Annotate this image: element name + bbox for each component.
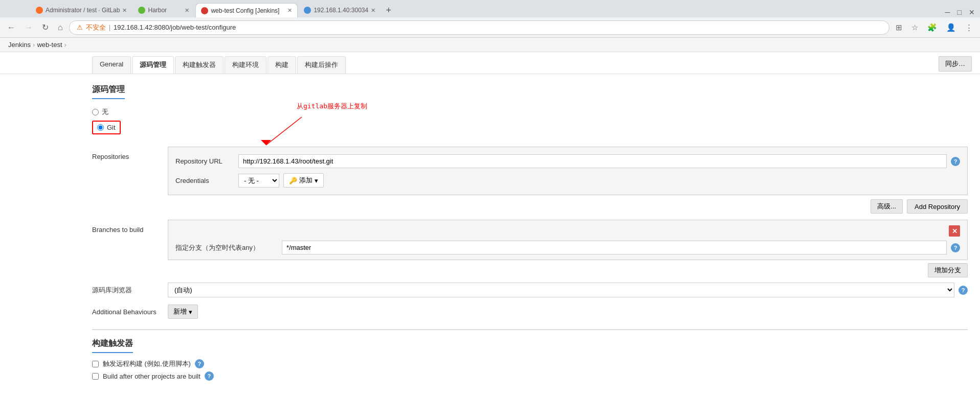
new-behaviour-button[interactable]: 新增 ▾ xyxy=(168,305,198,319)
add-label: 添加 xyxy=(299,176,313,185)
repositories-label: Repositories xyxy=(92,147,164,160)
minimize-button[interactable]: ─ xyxy=(942,7,953,17)
repo-url-label: Repository URL xyxy=(175,157,234,165)
repositories-row: Repositories Repository URL ? Credential… xyxy=(92,147,968,214)
tab-jenkins-title: web-test Config [Jenkins] xyxy=(211,7,285,14)
tab-jenkins-close[interactable]: ✕ xyxy=(287,7,292,14)
extensions-button[interactable]: 🧩 xyxy=(924,21,940,34)
repo-action-buttons: 高级... Add Repository xyxy=(168,199,968,214)
breadcrumb-sep2: › xyxy=(64,41,66,49)
tab-ip[interactable]: 192.168.1.40:30034 ✕ xyxy=(299,3,381,17)
additional-behaviours-label: Additional Behaviours xyxy=(92,308,164,316)
trigger1-help[interactable]: ? xyxy=(195,359,204,368)
more-button[interactable]: ⋮ xyxy=(962,21,976,34)
new-tab-button[interactable]: + xyxy=(382,3,395,17)
add-branch-row: 增加分支 xyxy=(168,263,968,277)
checkbox-remote-trigger[interactable] xyxy=(92,361,99,367)
branch-help[interactable]: ? xyxy=(951,243,960,252)
branches-row: Branches to build ✕ 指定分支（为空时代表any） ? xyxy=(92,220,968,277)
breadcrumb-jenkins[interactable]: Jenkins xyxy=(8,41,31,49)
svg-marker-1 xyxy=(261,140,271,145)
profile-button[interactable]: 👤 xyxy=(943,21,959,34)
tab-ip-title: 192.168.1.40:30034 xyxy=(314,7,368,14)
tab-source-mgmt[interactable]: 源码管理 xyxy=(132,56,174,74)
radio-git[interactable] xyxy=(97,124,104,131)
tab-gitlab[interactable]: Administrator / test · GitLab ✕ xyxy=(31,3,132,17)
url-separator: | xyxy=(109,24,110,31)
repo-url-input[interactable] xyxy=(238,154,947,168)
branch-field-label: 指定分支（为空时代表any） xyxy=(175,243,278,252)
maximize-button[interactable]: □ xyxy=(954,7,965,17)
forward-button[interactable]: → xyxy=(21,21,36,34)
tab-build[interactable]: 构建 xyxy=(268,56,296,74)
tab-build-env[interactable]: 构建环境 xyxy=(225,56,266,74)
add-repository-button[interactable]: Add Repository xyxy=(907,199,968,214)
additional-behaviours-row: Additional Behaviours 新增 ▾ xyxy=(92,305,968,319)
tab-build-triggers[interactable]: 构建触发器 xyxy=(175,56,224,74)
breadcrumb-sep1: › xyxy=(33,41,35,49)
add-dropdown-icon: ▾ xyxy=(315,177,318,184)
radio-git-label: Git xyxy=(107,124,116,131)
add-branch-button[interactable]: 增加分支 xyxy=(928,263,968,277)
browser-tabs-bar: Administrator / test · GitLab ✕ Harbor ✕… xyxy=(0,0,980,17)
section-divider xyxy=(92,329,968,330)
address-bar[interactable]: ⚠ 不安全 | 192.168.1.42:8080/job/web-test/c… xyxy=(69,20,889,35)
checkbox-build-after[interactable] xyxy=(92,373,99,380)
config-body: 源码管理 无 Git 从gitlab服务器上复制 Repositories xyxy=(0,74,980,394)
tab-harbor-title: Harbor xyxy=(148,7,182,14)
radio-none-label: 无 xyxy=(102,107,108,116)
key-icon: 🔑 xyxy=(289,177,297,184)
trigger2-help[interactable]: ? xyxy=(205,371,214,381)
build-triggers-title: 构建触发器 xyxy=(92,338,133,353)
credentials-row: Credentials - 无 - 🔑 添加 ▾ xyxy=(175,173,960,188)
advanced-button[interactable]: 高级... xyxy=(871,199,903,214)
tab-post-build[interactable]: 构建后操作 xyxy=(297,56,346,74)
tab-harbor[interactable]: Harbor ✕ xyxy=(133,3,194,17)
new-btn-dropdown-icon: ▾ xyxy=(189,308,192,316)
source-browser-select[interactable]: (自动) xyxy=(168,283,954,297)
refresh-button[interactable]: ↻ xyxy=(39,20,52,34)
checkbox-row-2: Build after other projects are built ? xyxy=(92,371,968,381)
tab-jenkins[interactable]: web-test Config [Jenkins] ✕ xyxy=(195,3,298,17)
browser-chrome: Administrator / test · GitLab ✕ Harbor ✕… xyxy=(0,0,980,38)
tab-general[interactable]: General xyxy=(92,56,131,74)
breadcrumb-web-test[interactable]: web-test xyxy=(37,41,62,49)
branch-input[interactable] xyxy=(282,241,947,254)
config-tabs-bar: General 源码管理 构建触发器 构建环境 构建 构建后操作 同步… xyxy=(0,52,980,74)
security-warning-icon: ⚠ xyxy=(77,24,83,31)
add-credentials-button[interactable]: 🔑 添加 ▾ xyxy=(283,173,324,188)
sync-button[interactable]: 同步… xyxy=(939,56,972,72)
checkbox-row-1: 触发远程构建 (例如,使用脚本) ? xyxy=(92,359,968,368)
delete-branch-button[interactable]: ✕ xyxy=(949,225,960,237)
checkbox-build-after-label: Build after other projects are built xyxy=(103,372,201,380)
credentials-label: Credentials xyxy=(175,177,234,184)
tab-gitlab-title: Administrator / test · GitLab xyxy=(46,7,120,14)
tab-harbor-close[interactable]: ✕ xyxy=(185,7,189,14)
branches-box: ✕ 指定分支（为空时代表any） ? xyxy=(168,220,968,260)
translate-button[interactable]: ⊞ xyxy=(893,21,905,34)
svg-line-0 xyxy=(266,117,302,145)
tab-gitlab-close[interactable]: ✕ xyxy=(122,7,127,14)
radio-none[interactable] xyxy=(92,109,99,115)
new-btn-label: 新增 xyxy=(173,307,187,316)
checkbox-remote-trigger-label: 触发远程构建 (例如,使用脚本) xyxy=(103,359,191,368)
source-browser-row: 源码库浏览器 (自动) ? xyxy=(92,283,968,297)
address-url: 192.168.1.42:8080/job/web-test/configure xyxy=(114,24,236,31)
radio-none-row: 无 xyxy=(92,107,968,116)
breadcrumb: Jenkins › web-test › xyxy=(0,38,980,52)
repo-url-row: Repository URL ? xyxy=(175,154,960,168)
tab-ip-close[interactable]: ✕ xyxy=(371,7,375,14)
bookmark-button[interactable]: ☆ xyxy=(908,21,921,34)
back-button[interactable]: ← xyxy=(4,21,18,34)
source-browser-help[interactable]: ? xyxy=(959,286,968,295)
close-window-button[interactable]: ✕ xyxy=(966,7,978,17)
jenkins-wrapper: Jenkins › web-test › General 源码管理 构建触发器 … xyxy=(0,38,980,420)
browser-nav-bar: ← → ↻ ⌂ ⚠ 不安全 | 192.168.1.42:8080/job/we… xyxy=(0,17,980,38)
source-browser-label: 源码库浏览器 xyxy=(92,286,164,295)
branch-field-row: 指定分支（为空时代表any） ? xyxy=(175,241,960,254)
branches-label: Branches to build xyxy=(92,220,164,234)
section-title-source-mgmt: 源码管理 xyxy=(92,84,125,99)
credentials-select[interactable]: - 无 - xyxy=(238,174,279,188)
home-button[interactable]: ⌂ xyxy=(55,21,66,34)
repo-url-help[interactable]: ? xyxy=(951,157,960,166)
